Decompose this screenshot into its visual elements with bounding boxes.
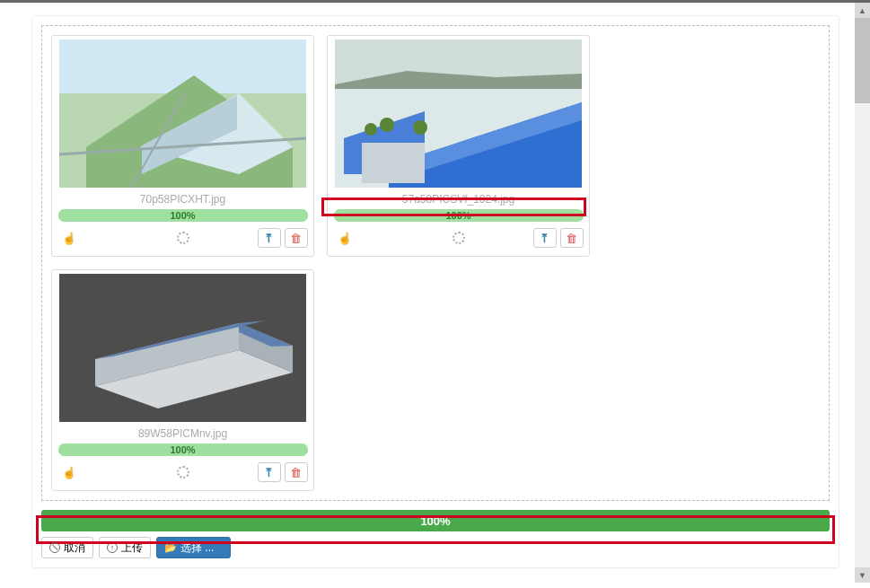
file-progress-bar: 100% <box>334 209 584 222</box>
delete-file-button[interactable]: 🗑 <box>285 462 308 482</box>
upload-file-button[interactable]: ⤒ <box>258 462 281 482</box>
trash-icon: 🗑 <box>290 232 302 245</box>
select-files-button[interactable]: 📂 选择 ... <box>156 537 231 558</box>
upload-icon: ↑ <box>107 542 118 553</box>
folder-icon: 📂 <box>164 542 177 554</box>
file-card: 89W58PICMnv.jpg 100% ☝ ⤒ 🗑 <box>51 269 314 491</box>
delete-file-button[interactable]: 🗑 <box>285 228 308 248</box>
file-name: 70p58PICXHT.jpg <box>56 193 310 206</box>
overall-progress-wrap: 100% <box>41 510 830 531</box>
upload-arrow-icon: ⤒ <box>540 232 549 245</box>
scroll-down-arrow-icon[interactable]: ▼ <box>855 567 870 583</box>
overall-progress-label: 100% <box>420 514 450 528</box>
upload-file-button[interactable]: ⤒ <box>258 228 281 248</box>
upload-file-button[interactable]: ⤒ <box>533 228 557 248</box>
upload-arrow-icon: ⤒ <box>264 466 274 479</box>
cancel-button[interactable]: 取消 <box>41 537 93 558</box>
drag-handle-icon[interactable]: ☝ <box>338 232 352 245</box>
upload-arrow-icon: ⤒ <box>264 232 274 245</box>
thumbnail-image <box>335 39 582 188</box>
main-content: 70p58PICXHT.jpg 100% ☝ ⤒ 🗑 <box>0 3 855 577</box>
thumbnail-image <box>59 274 306 422</box>
spinner-icon <box>177 466 189 478</box>
vertical-scrollbar[interactable]: ▲ ▼ <box>855 3 870 583</box>
file-progress-label: 100% <box>58 209 308 222</box>
spinner-icon <box>177 232 189 244</box>
file-actions: ⤒ 🗑 <box>258 462 308 482</box>
file-toolbar: ☝ ⤒ 🗑 <box>58 227 308 249</box>
svg-point-14 <box>380 118 394 132</box>
file-progress-label: 100% <box>58 443 308 456</box>
dropzone[interactable]: 70p58PICXHT.jpg 100% ☝ ⤒ 🗑 <box>41 25 830 501</box>
upload-panel: 70p58PICXHT.jpg 100% ☝ ⤒ 🗑 <box>31 15 839 568</box>
file-toolbar: ☝ ⤒ 🗑 <box>58 461 308 483</box>
button-bar: 取消 ↑ 上传 📂 选择 ... <box>41 537 830 558</box>
svg-point-15 <box>413 120 427 135</box>
scroll-up-arrow-icon[interactable]: ▲ <box>855 3 870 18</box>
overall-progress-bar: 100% <box>41 510 830 531</box>
file-toolbar: ☝ ⤒ 🗑 <box>334 227 584 249</box>
delete-file-button[interactable]: 🗑 <box>560 228 584 248</box>
trash-icon: 🗑 <box>290 466 302 479</box>
file-card: 57a58PICSVf_1024.jpg 100% ☝ ⤒ <box>327 35 590 257</box>
select-label: 选择 ... <box>180 540 214 556</box>
file-progress-bar: 100% <box>58 443 308 456</box>
cancel-icon <box>49 542 60 553</box>
trash-icon: 🗑 <box>566 232 577 245</box>
svg-rect-13 <box>362 143 425 183</box>
spinner-icon <box>453 232 465 244</box>
file-progress-label: 100% <box>334 209 584 222</box>
app-frame: 70p58PICXHT.jpg 100% ☝ ⤒ 🗑 <box>0 0 870 588</box>
upload-button[interactable]: ↑ 上传 <box>99 537 151 558</box>
scroll-thumb[interactable] <box>855 18 870 103</box>
drag-handle-icon[interactable]: ☝ <box>62 232 76 245</box>
cancel-label: 取消 <box>64 540 85 556</box>
thumbnail-image <box>59 39 306 188</box>
file-actions: ⤒ 🗑 <box>258 228 308 248</box>
file-progress-bar: 100% <box>58 209 308 222</box>
file-card: 70p58PICXHT.jpg 100% ☝ ⤒ 🗑 <box>51 35 314 257</box>
file-name: 89W58PICMnv.jpg <box>56 427 310 440</box>
file-actions: ⤒ 🗑 <box>533 228 584 248</box>
drag-handle-icon[interactable]: ☝ <box>62 466 76 479</box>
svg-point-16 <box>365 123 377 136</box>
file-name: 57a58PICSVf_1024.jpg <box>331 193 585 206</box>
upload-label: 上传 <box>121 540 143 556</box>
